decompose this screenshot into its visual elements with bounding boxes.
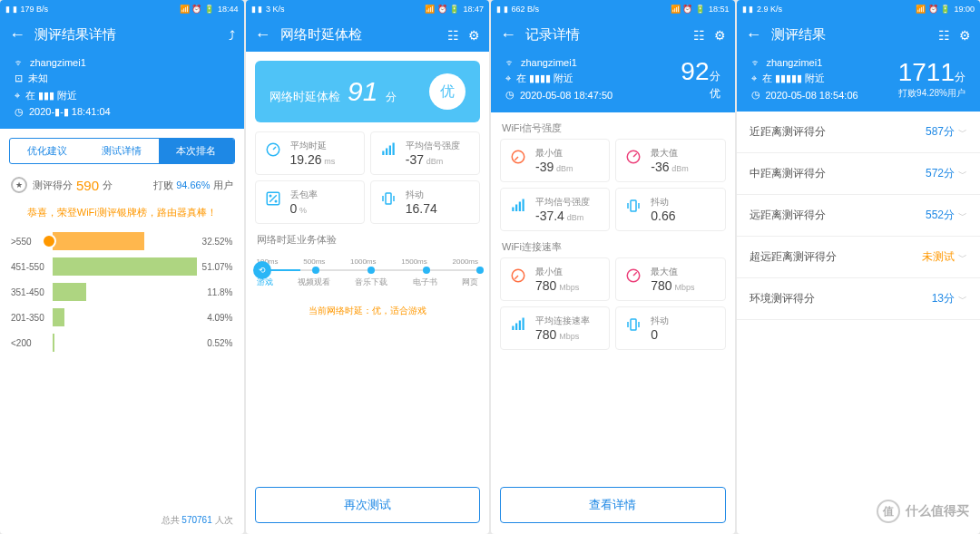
result-value: 552分﹀ (926, 208, 967, 223)
tabs: 优化建议 测试详情 本次排名 (9, 138, 235, 164)
filter-icon[interactable]: ☷ (938, 28, 950, 43)
metric-value: 0 (651, 327, 658, 342)
result-value: 572分﹀ (926, 166, 967, 181)
metric-card: 抖动 0 (615, 306, 725, 350)
metric-title: 丢包率 (290, 189, 357, 201)
back-icon[interactable]: ← (746, 25, 762, 44)
svg-rect-3 (389, 146, 391, 156)
clock-icon: ◷ (751, 89, 760, 101)
signal-icon (508, 315, 528, 335)
medal-icon: ★ (11, 177, 27, 193)
tab-details[interactable]: 测试详情 (84, 139, 159, 163)
retest-button[interactable]: 再次测试 (255, 487, 481, 523)
gear-icon[interactable]: ⚙ (959, 28, 971, 43)
jitter-icon (623, 196, 643, 216)
gear-icon[interactable]: ⚙ (714, 28, 726, 43)
gear-icon[interactable]: ⚙ (468, 28, 480, 43)
min-icon (508, 147, 528, 167)
chart-value: 32.52% (197, 237, 233, 247)
metric-title: 平均时延 (290, 140, 357, 152)
result-row[interactable]: 中距离测评得分 572分﹀ (737, 153, 981, 195)
jitter-icon (623, 315, 643, 335)
metric-value: 19.26 (290, 152, 322, 167)
result-label: 中距离测评得分 (750, 166, 926, 181)
screen-eval-result: ▮ ▮2.9 K/s 📶 ⏰ 🔋19:00 ← 测评结果 ☷⚙ ᯤzhangzi… (737, 0, 981, 534)
metric-value: 16.74 (406, 201, 437, 216)
location-icon: ⌖ (505, 73, 511, 84)
status-bar: ▮ ▮2.9 K/s 📶 ⏰ 🔋19:00 (737, 0, 981, 18)
congrats-text: 恭喜，荣登WiFi测评银牌榜，路由器真棒！ (0, 197, 244, 228)
filter-icon[interactable]: ☷ (693, 28, 705, 43)
min-icon (508, 266, 528, 286)
page-title: 网络时延体检 (280, 26, 439, 44)
chevron-down-icon: ﹀ (958, 169, 967, 179)
clock-icon: ◷ (15, 106, 24, 118)
latency-note: 当前网络时延：优，适合游戏 (246, 296, 490, 326)
chart-bar-row: >550 32.52% (11, 228, 233, 254)
back-icon[interactable]: ← (255, 25, 271, 44)
clock-icon: ◷ (505, 89, 514, 101)
metric-title: 最大值 (651, 266, 717, 278)
section-title: 网络时延业务体验 (246, 224, 490, 250)
result-row[interactable]: 近距离测评得分 587分﹀ (737, 112, 981, 153)
result-label: 环境测评得分 (750, 291, 932, 306)
timeline-marker-icon: ⟲ (253, 261, 271, 279)
status-bar: ▮ ▮179 B/s 📶 ⏰ 🔋18:44 (0, 0, 244, 18)
view-detail-button[interactable]: 查看详情 (500, 487, 726, 523)
result-row[interactable]: 超远距离测评得分 未测试﹀ (737, 237, 981, 278)
status-bar: ▮ ▮662 B/s 📶 ⏰ 🔋18:51 (491, 0, 735, 18)
header: ← 记录详情 ☷⚙ (491, 18, 735, 52)
result-row[interactable]: 环境测评得分 13分﹀ (737, 278, 981, 320)
metric-title: 抖动 (651, 196, 717, 209)
result-value: 未测试﹀ (922, 249, 967, 265)
svg-rect-22 (631, 319, 636, 330)
svg-rect-4 (392, 143, 394, 156)
metric-card: 平均连接速率 780 Mbps (500, 306, 610, 350)
tab-ranking[interactable]: 本次排名 (159, 139, 233, 163)
location-icon: ⌖ (751, 73, 757, 84)
tab-suggestions[interactable]: 优化建议 (10, 139, 84, 163)
chart-value: 11.8% (197, 287, 233, 297)
svg-rect-21 (523, 318, 524, 331)
result-value: 587分﹀ (926, 124, 967, 140)
metric-value: -36 (651, 160, 669, 174)
metric-value: 780 (535, 327, 556, 342)
result-row[interactable]: 远距离测评得分 552分﹀ (737, 195, 981, 237)
svg-rect-12 (515, 205, 517, 212)
svg-rect-14 (523, 199, 524, 212)
chevron-down-icon: ﹀ (958, 127, 967, 137)
ranking-footer: 总共 570761 人次 (0, 507, 244, 534)
share-icon[interactable]: ⤴ (229, 28, 235, 43)
info-panel: ᯤzhangzimei1 ⌖在 ▮▮▮▮ 附近 ◷2020-05-08 18:4… (491, 52, 735, 112)
wifi-icon: ᯤ (505, 57, 515, 68)
chevron-down-icon: ﹀ (958, 252, 967, 262)
grade-badge: 优 (429, 73, 466, 110)
svg-rect-1 (382, 151, 384, 156)
filter-icon[interactable]: ☷ (447, 28, 459, 43)
metric-title: 最小值 (535, 147, 602, 160)
metric-title: 抖动 (651, 315, 717, 327)
chart-value: 0.52% (197, 338, 233, 348)
status-bar: ▮ ▮3 K/s 📶 ⏰ 🔋18:47 (246, 0, 490, 18)
svg-rect-18 (512, 326, 514, 331)
back-icon[interactable]: ← (500, 25, 516, 44)
avatar-icon (42, 234, 56, 248)
latency-score-card: 网络时延体检 91 分 优 (255, 61, 481, 122)
back-icon[interactable]: ← (9, 25, 25, 44)
wifi-icon: ᯤ (751, 57, 761, 68)
svg-rect-20 (519, 321, 521, 331)
metric-title: 最大值 (651, 147, 717, 160)
info-panel: ᯤzhangzimei1 ⌖在 ▮▮▮▮▮ 附近 ◷2020-05-08 18:… (737, 52, 981, 112)
chart-range-label: 201-350 (11, 313, 53, 323)
speed-icon (263, 140, 283, 160)
metric-value: -37 (406, 152, 424, 167)
latency-timeline: 100ms500ms1000ms1500ms2000ms ⟲ 游戏视频观看音乐下… (246, 250, 490, 296)
device-icon: ⊡ (15, 73, 23, 84)
metric-card: 平均信号强度 -37.4 dBm (500, 188, 610, 231)
location-icon: ⌖ (15, 90, 20, 102)
info-panel: ᯤzhangzimei1 ⊡未知 ⌖在 ▮▮▮ 附近 ◷2020-▮-▮ 18:… (0, 52, 244, 129)
chart-range-label: <200 (11, 338, 53, 348)
metric-title: 平均信号强度 (406, 140, 472, 152)
svg-rect-8 (386, 193, 391, 204)
chart-range-label: 351-450 (11, 287, 53, 297)
